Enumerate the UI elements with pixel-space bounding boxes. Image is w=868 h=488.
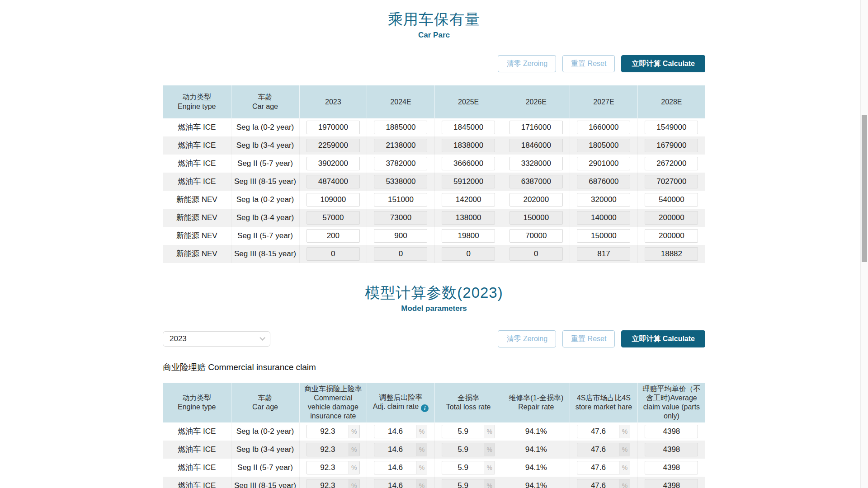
parc-input-2026E[interactable] [510,121,562,134]
reset-button[interactable]: 重置 Reset [562,55,615,72]
parc-input-2026E[interactable] [510,139,562,152]
avg-claim-value-input[interactable] [645,443,698,456]
parc-input-2025E[interactable] [442,121,495,134]
parc-input-2028E[interactable] [645,193,698,206]
zeroing-button[interactable]: 清零 Zeroing [498,330,556,347]
parc-input-2025E[interactable] [442,139,495,152]
info-icon[interactable]: i [421,404,429,412]
input-box [307,211,360,225]
value-cell [637,209,705,227]
adj-claim-rate-input[interactable] [374,443,416,456]
calculate-button[interactable]: 立即计算 Calculate [621,330,705,347]
damage-insurance-rate-input[interactable] [307,425,349,438]
parc-input-2028E[interactable] [645,211,698,224]
store-market-share-input[interactable] [577,461,619,474]
parc-input-2026E[interactable] [510,157,562,170]
total-loss-rate-input[interactable] [442,479,484,488]
car-parc-title: 乘用车保有量 [163,0,705,29]
parc-input-2027E[interactable] [577,248,630,260]
store-market-share-input[interactable] [577,425,619,438]
parc-input-2025E[interactable] [442,175,495,188]
store-market-share-input[interactable] [577,443,619,456]
avg-claim-value-input[interactable] [645,425,698,438]
damage-insurance-rate-input[interactable] [307,479,349,488]
parc-input-2028E[interactable] [645,157,698,170]
parc-input-2028E[interactable] [645,175,698,188]
percent-suffix: % [416,425,427,438]
parc-input-2027E[interactable] [577,157,630,170]
parc-input-2026E[interactable] [510,211,562,224]
parc-input-2024E[interactable] [374,139,427,152]
parc-input-2028E[interactable] [645,248,698,260]
parc-input-2026E[interactable] [510,230,562,242]
parc-input-2027E[interactable] [577,230,630,242]
parc-input-2024E[interactable] [374,121,427,134]
parc-input-2028E[interactable] [645,139,698,152]
window-scrollbar[interactable] [860,0,868,488]
parc-input-2026E[interactable] [510,175,562,188]
parc-input-2027E[interactable] [577,193,630,206]
parc-input-2026E[interactable] [510,248,562,260]
total-loss-rate-input[interactable] [442,461,484,474]
input-box [509,175,563,188]
calculate-button[interactable]: 立即计算 Calculate [621,55,705,72]
zeroing-button[interactable]: 清零 Zeroing [498,55,556,72]
parc-input-2025E[interactable] [442,211,495,224]
parc-input-2024E[interactable] [374,193,427,206]
parc-input-2024E[interactable] [374,157,427,170]
value-cell [637,245,705,263]
year-select[interactable]: 2023 [163,331,270,347]
car-age-cell: Seg Ib (3-4 year) [231,209,299,227]
parc-input-2023[interactable] [307,157,359,170]
car-parc-row: 燃油车 ICESeg Ib (3-4 year) [163,136,705,155]
total-loss-rate-input[interactable] [442,443,484,456]
parc-input-2026E[interactable] [510,193,562,206]
reset-button[interactable]: 重置 Reset [562,330,615,347]
value-cell [367,136,435,155]
parc-input-2025E[interactable] [442,157,495,170]
input-box [307,121,360,134]
parc-input-2024E[interactable] [374,248,427,260]
model-params-subtitle: Model parameters [163,304,705,313]
parc-input-2023[interactable] [307,193,359,206]
avg-claim-value-input[interactable] [645,479,698,488]
value-cell [637,118,705,136]
parc-input-2024E[interactable] [374,211,427,224]
damage-insurance-rate-input[interactable] [307,443,349,456]
parc-input-2028E[interactable] [645,230,698,242]
parc-input-2028E[interactable] [645,121,698,134]
adj-claim-rate-input[interactable] [374,461,416,474]
parc-input-2023[interactable] [307,139,359,152]
adj-claim-rate-input[interactable] [374,479,416,488]
damage-insurance-rate-input[interactable] [307,461,349,474]
header-row: 动力类型Engine type车龄Car age商业车损险上险率Commerci… [163,383,705,422]
parc-input-2024E[interactable] [374,175,427,188]
value-cell: % [434,459,502,477]
parc-input-2023[interactable] [307,230,359,242]
parc-input-2027E[interactable] [577,139,630,152]
parc-input-2023[interactable] [307,248,359,260]
car-parc-row: 新能源 NEVSeg III (8-15 year) [163,245,705,263]
parc-input-2027E[interactable] [577,121,630,134]
value-cell [637,459,705,477]
scrollbar-thumb[interactable] [862,115,867,262]
avg-claim-value-input[interactable] [645,461,698,474]
total-loss-rate-input[interactable] [442,425,484,438]
parc-input-2027E[interactable] [577,175,630,188]
claim-table: 动力类型Engine type车龄Car age商业车损险上险率Commerci… [163,383,705,488]
parc-input-2023[interactable] [307,121,359,134]
input-box: % [577,443,630,456]
parc-input-2025E[interactable] [442,230,495,242]
parc-input-2025E[interactable] [442,193,495,206]
parc-input-2024E[interactable] [374,230,427,242]
value-cell [502,155,570,173]
adj-claim-rate-input[interactable] [374,425,416,438]
store-market-share-input[interactable] [577,479,619,488]
parc-input-2027E[interactable] [577,211,630,224]
parc-input-2023[interactable] [307,211,359,224]
value-cell [637,441,705,459]
value-cell [502,227,570,245]
column-header: 车龄Car age [231,85,299,118]
parc-input-2025E[interactable] [442,248,495,260]
parc-input-2023[interactable] [307,175,359,188]
